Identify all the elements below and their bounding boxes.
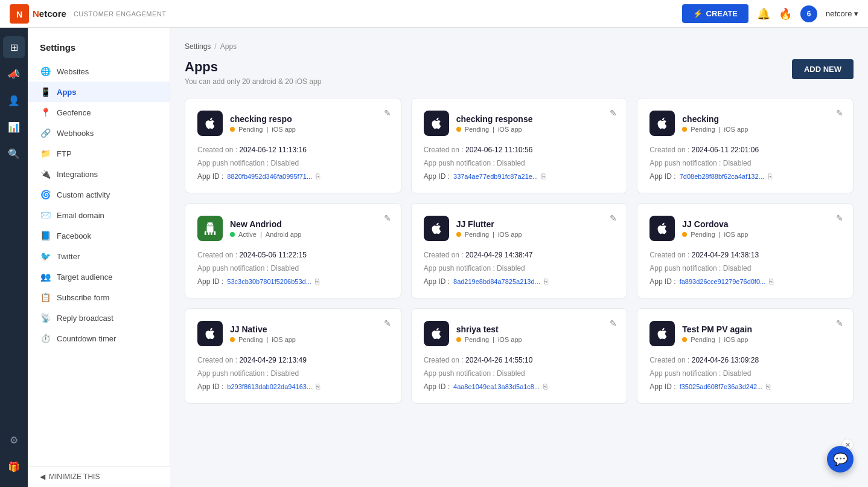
edit-button[interactable]: ✎ [384,318,391,328]
app-id-value: 7d08eb28f88bf62ca4af132... [680,173,764,180]
edit-button[interactable]: ✎ [836,108,843,118]
sidebar-icon-9: 🐦 [40,251,51,261]
sidebar-item-subscribe-form[interactable]: 📋 Subscribe form [28,287,170,308]
copy-icon[interactable]: ⎘ [544,277,548,286]
status-label: Active [238,231,257,238]
copy-icon[interactable]: ⎘ [543,382,547,391]
sidebar-icon-7: ✉️ [40,210,51,220]
platform-label: iOS app [498,231,522,238]
user-menu[interactable]: netcore ▾ [826,9,858,18]
push-notif-label: App push notification : [424,264,497,273]
status-label: Pending [691,231,715,238]
push-notif-row: App push notification : Disabled [649,159,841,167]
platform-label: iOS app [272,126,296,133]
push-notif-value: Disabled [497,159,525,167]
sidebar-item-websites[interactable]: 🌐 Websites [28,61,170,82]
push-notif-value: Disabled [270,264,299,273]
chat-widget-button[interactable]: 💬 [827,446,854,472]
minimize-bar[interactable]: ◀ MINIMIZE THIS [28,466,170,487]
edit-button[interactable]: ✎ [836,318,843,328]
edit-button[interactable]: ✎ [610,213,617,223]
created-on-value: 2024-06-11 22:01:06 [692,146,759,154]
sidebar-item-email-domain[interactable]: ✉️ Email domain [28,205,170,225]
create-button[interactable]: ⚡ CREATE [682,4,748,23]
sidebar-item-label: Subscribe form [57,293,109,302]
app-id-value: 4aa8e1049ea13a83d5a1c8... [453,383,540,390]
edit-button[interactable]: ✎ [384,213,391,223]
sidebar-item-reply-broadcast[interactable]: 📡 Reply broadcast [28,308,170,328]
app-id-row: App ID : 337a4ae77edb91fc87a21e... ⎘ [424,172,615,181]
sidebar: Settings 🌐 Websites 📱 Apps 📍 Geofence 🔗 … [28,28,170,487]
edit-button[interactable]: ✎ [836,213,843,223]
card-meta: Pending | iOS app [456,336,615,343]
push-notif-row: App push notification : Disabled [197,264,389,273]
sidebar-icon-13: ⏱️ [40,334,51,343]
rail-people-icon[interactable]: 👤 [3,89,25,111]
app-id-row: App ID : 8820fb4952d346fa0995f71... ⎘ [197,172,389,181]
edit-button[interactable]: ✎ [610,108,617,118]
meta-sep: | [493,231,494,238]
edit-button[interactable]: ✎ [384,108,391,118]
fire-button[interactable]: 🔥 [779,7,792,21]
copy-icon[interactable]: ⎘ [316,382,320,391]
rail-dashboard-icon[interactable]: ⊞ [3,36,25,58]
add-new-button[interactable]: ADD NEW [792,59,854,79]
copy-icon[interactable]: ⎘ [766,382,770,391]
push-notif-label: App push notification : [649,159,723,167]
copy-icon[interactable]: ⎘ [316,172,320,181]
rail-megaphone-icon[interactable]: 📣 [3,63,25,85]
copy-icon[interactable]: ⎘ [768,172,772,181]
rail-search-icon[interactable]: 🔍 [3,143,25,164]
push-notif-row: App push notification : Disabled [197,369,389,378]
notification-button[interactable]: 🔔 [757,7,770,21]
rail-settings-icon[interactable]: ⚙ [3,429,25,451]
sidebar-item-twitter[interactable]: 🐦 Twitter [28,246,170,266]
rail-help-icon[interactable]: 🎁 [3,456,25,477]
edit-button[interactable]: ✎ [610,318,617,328]
app-id-value: fa893d26cce91279e76d0f0... [680,278,766,285]
sidebar-item-custom-activity[interactable]: 🌀 Custom activity [28,184,170,205]
copy-icon[interactable]: ⎘ [541,172,546,181]
push-notif-row: App push notification : Disabled [197,159,389,167]
rail-chart-icon[interactable]: 📊 [3,116,25,138]
copy-icon[interactable]: ⎘ [315,277,319,286]
app-id-row: App ID : 4aa8e1049ea13a83d5a1c8... ⎘ [424,382,615,391]
main-content: Settings / Apps Apps You can add only 20… [170,28,868,487]
created-on-label: Created on : [649,356,691,364]
app-card: shriya test Pending | iOS app ✎ Created … [411,308,628,404]
push-notif-value: Disabled [723,159,752,167]
app-id-label: App ID : [197,172,223,181]
created-on-value: 2024-04-29 14:38:13 [692,251,759,259]
card-title-block: JJ Cordova Pending | iOS app [682,219,841,238]
card-header: shriya test Pending | iOS app ✎ [424,321,615,346]
sidebar-item-ftp[interactable]: 📁 FTP [28,143,170,164]
app-id-value: 8820fb4952d346fa0995f71... [227,173,312,180]
sidebar-item-webhooks[interactable]: 🔗 Webhooks [28,123,170,143]
card-app-name: JJ Flutter [456,219,615,229]
card-app-name: New Andriod [230,219,389,229]
created-on-label: Created on : [424,356,465,364]
breadcrumb-settings[interactable]: Settings [185,42,211,51]
app-platform-icon [424,321,449,346]
sidebar-item-target-audience[interactable]: 👥 Target audience [28,266,170,287]
sidebar-item-facebook[interactable]: 📘 Facebook [28,225,170,246]
sidebar-item-apps[interactable]: 📱 Apps [28,82,170,102]
sidebar-item-integrations[interactable]: 🔌 Integrations [28,164,170,184]
copy-icon[interactable]: ⎘ [769,277,773,286]
app-id-label: App ID : [424,172,450,181]
app-card: New Andriod Active | Android app ✎ Creat… [185,203,401,298]
app-platform-icon [424,111,449,136]
top-navigation: N Netcore CUSTOMER ENGAGEMENT ⚡ CREATE 🔔… [0,0,868,28]
created-on-row: Created on : 2024-06-11 22:01:06 [649,146,841,154]
status-dot [230,232,235,237]
sidebar-item-countdown-timer[interactable]: ⏱️ Countdown timer [28,328,170,349]
app-id-row: App ID : fa893d26cce91279e76d0f0... ⎘ [649,277,841,286]
app-card: checking response Pending | iOS app ✎ Cr… [411,98,628,193]
card-title-block: New Andriod Active | Android app [230,219,389,238]
app-card-grid: checking respo Pending | iOS app ✎ Creat… [185,98,854,404]
card-meta: Active | Android app [230,231,389,238]
platform-label: iOS app [724,126,748,133]
app-id-row: App ID : 7d08eb28f88bf62ca4af132... ⎘ [649,172,841,181]
push-notif-value: Disabled [723,264,752,273]
sidebar-item-geofence[interactable]: 📍 Geofence [28,102,170,123]
